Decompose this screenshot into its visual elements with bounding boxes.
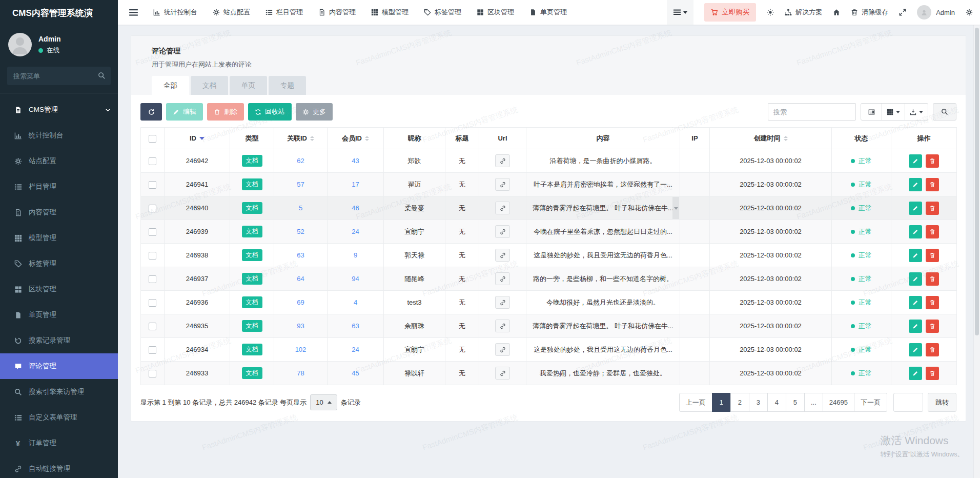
row-edit-button[interactable] [909,202,922,215]
theme-toggle-icon[interactable] [767,9,774,16]
pagination-page[interactable]: 24695 [823,393,854,412]
row-edit-button[interactable] [909,320,922,333]
url-link-button[interactable] [495,320,510,332]
sidebar-item-columns[interactable]: 栏目管理 [0,174,118,200]
home-icon[interactable] [833,9,840,16]
url-link-button[interactable] [495,154,510,167]
select-all-checkbox[interactable] [149,135,156,143]
rel-id-link[interactable]: 62 [297,157,304,165]
pagination-page[interactable]: 2 [730,393,749,412]
url-link-button[interactable] [495,178,510,191]
sidebar-item-auto-links[interactable]: 自动链接管理 [0,456,118,478]
rel-id-link[interactable]: 64 [297,275,304,283]
rel-id-link[interactable]: 52 [297,228,304,235]
rel-id-link[interactable]: 57 [297,181,304,188]
sidebar-item-blocks[interactable]: 区块管理 [0,276,118,302]
sidebar-item-custom-forms[interactable]: 自定义表单管理 [0,405,118,430]
row-edit-button[interactable] [909,225,922,238]
member-id-link[interactable]: 46 [352,204,359,212]
member-id-link[interactable]: 24 [352,228,359,235]
row-edit-button[interactable] [909,272,922,286]
topnav-tab-columns[interactable]: 栏目管理 [266,8,303,17]
member-id-link[interactable]: 9 [354,251,357,259]
pagination-page[interactable]: ... [804,393,823,412]
page-jump-input[interactable] [893,393,923,412]
rel-id-link[interactable]: 93 [297,322,304,330]
row-delete-button[interactable] [926,202,939,215]
column-header-rel-id[interactable]: 关联ID [274,128,328,149]
fullscreen-icon[interactable] [899,9,906,16]
topnav-tab-blocks[interactable]: 区块管理 [477,8,514,17]
scrollbar-thumb[interactable] [975,28,979,335]
row-edit-button[interactable] [909,249,922,262]
pagination-page[interactable]: 4 [767,393,786,412]
filter-tab[interactable]: 全部 [152,76,189,95]
row-checkbox[interactable] [149,275,156,283]
export-button[interactable] [905,103,928,121]
sidebar-item-orders[interactable]: ¥ 订单管理 [0,430,118,456]
row-checkbox[interactable] [149,157,156,165]
row-checkbox[interactable] [149,370,156,377]
table-search-input[interactable] [768,103,856,121]
row-edit-button[interactable] [909,296,922,309]
row-delete-button[interactable] [926,343,939,356]
row-edit-button[interactable] [909,154,922,168]
row-delete-button[interactable] [926,272,939,286]
row-delete-button[interactable] [926,154,939,168]
row-checkbox[interactable] [149,299,156,307]
content-scrollbar[interactable] [672,197,679,219]
solutions-link[interactable]: 解决方案 [785,8,822,17]
column-header-type[interactable]: 类型 [230,128,274,149]
column-header-status[interactable]: 状态 [832,128,891,149]
sidebar-item-site-config[interactable]: 站点配置 [0,148,118,174]
refresh-button[interactable] [140,103,162,121]
more-button[interactable]: 更多 [296,103,333,121]
row-delete-button[interactable] [926,225,939,238]
sidebar-item-pages[interactable]: 单页管理 [0,302,118,328]
sidebar-item-dashboard[interactable]: 统计控制台 [0,123,118,148]
row-delete-button[interactable] [926,249,939,262]
member-id-link[interactable]: 63 [352,322,359,330]
row-delete-button[interactable] [926,367,939,380]
url-link-button[interactable] [495,367,510,380]
member-id-link[interactable]: 43 [352,157,359,165]
scrollbar[interactable] [973,25,980,478]
column-header-content[interactable]: 内容 [526,128,680,149]
page-jump-button[interactable]: 跳转 [928,393,956,412]
row-delete-button[interactable] [926,178,939,191]
topnav-tab-dashboard[interactable]: 统计控制台 [153,8,197,17]
url-link-button[interactable] [495,202,510,214]
url-link-button[interactable] [495,249,510,262]
sidebar-item-cms[interactable]: CMS管理 [0,97,118,123]
window-list-dropdown[interactable] [667,0,693,25]
recycle-bin-button[interactable]: 回收站 [248,103,292,121]
rel-id-link[interactable]: 78 [297,369,304,377]
topnav-tab-content[interactable]: 内容管理 [318,8,356,17]
clear-cache-button[interactable]: 清除缓存 [851,8,888,17]
row-edit-button[interactable] [909,178,922,191]
delete-button[interactable]: 删除 [207,103,244,121]
sidebar-item-search-records[interactable]: 搜索记录管理 [0,328,118,353]
menu-search-input[interactable] [7,67,111,85]
sidebar-item-content[interactable]: 内容管理 [0,200,118,225]
filter-tab[interactable]: 单页 [230,76,267,95]
edit-button[interactable]: 编辑 [166,103,203,121]
columns-button[interactable] [882,103,905,121]
rel-id-link[interactable]: 102 [295,346,307,353]
sidebar-item-tags[interactable]: 标签管理 [0,251,118,276]
pagination-page[interactable]: 3 [749,393,768,412]
buy-now-button[interactable]: 立即购买 [704,3,756,22]
rel-id-link[interactable]: 69 [297,298,304,306]
topnav-tab-models[interactable]: 模型管理 [371,8,409,17]
pagination-next[interactable]: 下一页 [854,393,887,412]
row-checkbox[interactable] [149,252,156,260]
sidebar-item-comments[interactable]: 评论管理 [0,353,118,379]
search-button[interactable] [933,103,956,121]
row-checkbox[interactable] [149,323,156,330]
sidebar-toggle-icon[interactable] [129,9,138,16]
topnav-tab-site-config[interactable]: 站点配置 [213,8,250,17]
pagination-prev[interactable]: 上一页 [679,393,712,412]
url-link-button[interactable] [495,272,510,285]
row-delete-button[interactable] [926,296,939,309]
rel-id-link[interactable]: 5 [299,204,302,212]
